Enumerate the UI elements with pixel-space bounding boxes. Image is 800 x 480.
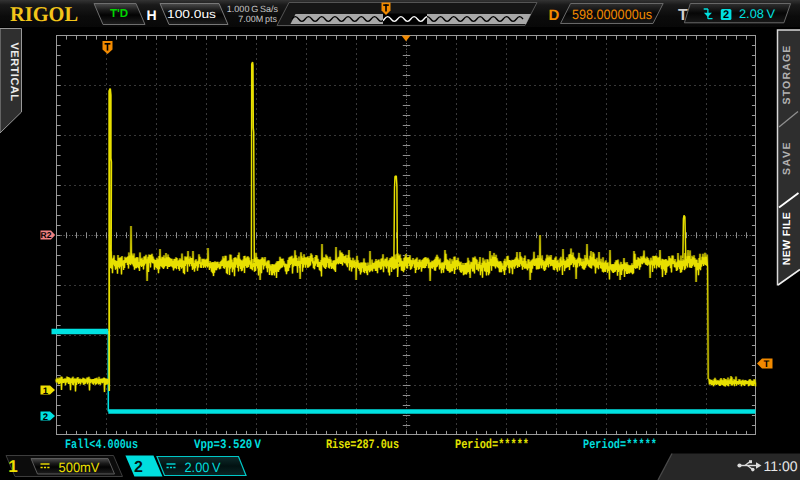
svg-text:H: H — [146, 7, 156, 23]
svg-text:D: D — [549, 7, 560, 24]
svg-text:2: 2 — [723, 9, 729, 21]
svg-text:500mV: 500mV — [59, 460, 100, 475]
svg-text:2.00 V: 2.00 V — [185, 460, 221, 475]
svg-text:STORAGE: STORAGE — [781, 44, 793, 104]
svg-text:R2: R2 — [41, 230, 52, 240]
svg-text:T: T — [764, 359, 770, 370]
svg-text:Fall<4.000us: Fall<4.000us — [65, 437, 138, 452]
svg-text:2: 2 — [43, 412, 48, 423]
svg-text:Vpp=3.520 V: Vpp=3.520 V — [194, 437, 261, 452]
svg-text:11:00: 11:00 — [764, 458, 798, 474]
svg-text:VERTICAL: VERTICAL — [8, 43, 20, 102]
svg-text:2: 2 — [134, 459, 143, 476]
svg-text:NEW FILE: NEW FILE — [781, 212, 793, 265]
svg-text:100.0us: 100.0us — [167, 9, 216, 21]
svg-text:1: 1 — [43, 386, 49, 397]
svg-text:1.000 G Sa/s: 1.000 G Sa/s — [227, 4, 279, 14]
svg-text:T'D: T'D — [110, 8, 128, 20]
svg-text:598.000000us: 598.000000us — [572, 7, 652, 22]
svg-text:2.08 V: 2.08 V — [739, 7, 776, 21]
svg-text:Period=*****: Period=***** — [455, 437, 529, 452]
svg-text:Rise=287.0us: Rise=287.0us — [326, 437, 399, 452]
svg-text:Period=*****: Period=***** — [583, 437, 657, 452]
svg-text:1: 1 — [8, 457, 17, 476]
svg-text:SAVE: SAVE — [781, 141, 793, 175]
svg-text:RIGOL: RIGOL — [10, 2, 78, 26]
svg-text:7.00M pts: 7.00M pts — [238, 14, 277, 24]
